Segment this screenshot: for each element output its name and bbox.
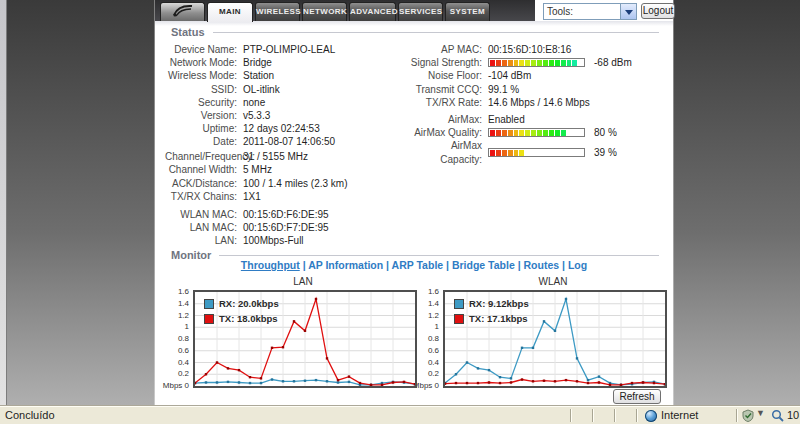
security-value: none [243, 96, 265, 109]
field-label: SSID: [165, 83, 243, 96]
status-row: Channel/Frequency:31 / 5155 MHz [165, 150, 415, 163]
internet-globe-icon [645, 410, 657, 422]
monitor-link-log[interactable]: Log [568, 259, 587, 271]
channel-frequency-value: 31 / 5155 MHz [243, 150, 308, 163]
status-row: ACK/Distance:100 / 1.4 miles (2.3 km) [165, 177, 415, 190]
status-section-header: Status [171, 26, 659, 38]
legend-label: RX: 9.12kbps [469, 298, 529, 309]
y-tick-label: 1.4 [428, 299, 439, 308]
txrx-chains-value: 1X1 [243, 190, 261, 203]
airmax-value: Enabled [488, 113, 525, 126]
tab-network[interactable]: NETWORK [302, 2, 347, 21]
legend-label: RX: 20.0kbps [219, 298, 279, 309]
status-left-column: Device Name:PTP-OLIMPIO-LEAL Network Mod… [165, 43, 415, 248]
field-label: AirMax Capacity: [410, 139, 488, 165]
chevron-down-icon[interactable] [620, 4, 636, 19]
noise-floor-value: -104 dBm [488, 69, 531, 82]
wlan-chart-title: WLAN [443, 276, 663, 287]
link-separator: | [559, 259, 568, 271]
transmit-ccq-value: 99.1 % [488, 83, 519, 96]
tab-main[interactable]: MAIN [207, 2, 253, 22]
uptime-value: 12 days 02:24:53 [243, 122, 320, 135]
field-label: AirMax Quality: [410, 126, 488, 139]
lan-chart-y-axis: 1.61.41.210.80.60.40.2Mbps 0 [167, 290, 191, 390]
tab-system[interactable]: SYSTEM [445, 2, 490, 21]
browser-window-edge [0, 0, 7, 405]
field-label: Transmit CCQ: [410, 83, 488, 96]
monitor-link-bridge-table[interactable]: Bridge Table [452, 259, 515, 271]
monitor-link-arp-table[interactable]: ARP Table [392, 259, 444, 271]
status-row: Signal Strength:-68 dBm [410, 56, 672, 69]
wlan-throughput-chart: RX: 9.12kbpsTX: 17.1kbps [443, 290, 667, 388]
lan-speed-value: 100Mbps-Full [243, 234, 304, 247]
field-label: Channel Width: [165, 163, 243, 176]
wireless-mode-value: Station [243, 69, 274, 82]
status-row: Uptime:12 days 02:24:53 [165, 122, 415, 135]
tab-services[interactable]: SERVICES [398, 2, 443, 21]
status-row: Noise Floor:-104 dBm [410, 69, 672, 82]
brand-logo-tab[interactable] [160, 2, 205, 21]
ap-mac-value: 00:15:6D:10:E8:16 [488, 43, 571, 56]
field-label: Date: [165, 135, 243, 148]
field-label: Network Mode: [165, 56, 243, 69]
y-tick-label: 0.8 [178, 334, 189, 343]
link-separator: | [383, 259, 391, 271]
field-label: AP MAC: [410, 43, 488, 56]
chevron-down-icon[interactable]: ▼ [756, 408, 765, 418]
channel-width-value: 5 MHz [243, 163, 272, 176]
legend-item: RX: 20.0kbps [204, 298, 279, 309]
y-tick-label: 1.4 [178, 299, 189, 308]
refresh-button[interactable]: Refresh [613, 389, 661, 404]
monitor-link-routes[interactable]: Routes [524, 259, 560, 271]
y-tick-label: 0.4 [178, 358, 189, 367]
wlan-chart-legend: RX: 9.12kbpsTX: 17.1kbps [454, 298, 529, 328]
link-separator: | [515, 259, 524, 271]
date-value: 2011-08-07 14:06:50 [243, 135, 335, 148]
legend-swatch [204, 314, 214, 324]
field-label: Uptime: [165, 122, 243, 135]
field-label: Signal Strength: [410, 56, 488, 69]
y-tick-label: 1.6 [178, 287, 189, 296]
field-label: LAN MAC: [165, 221, 243, 234]
legend-swatch [454, 314, 464, 324]
section-divider [213, 32, 659, 33]
airos-admin-page: MAIN WIRELESS NETWORK ADVANCED SERVICES … [155, 0, 673, 405]
version-value: v5.3.3 [243, 109, 270, 122]
section-divider [219, 255, 659, 256]
y-tick-label: 0.2 [428, 369, 439, 378]
y-tick-label: 1.2 [428, 311, 439, 320]
field-label: ACK/Distance: [165, 177, 243, 190]
desktop-background: MAIN WIRELESS NETWORK ADVANCED SERVICES … [0, 0, 800, 424]
zoom-level-text[interactable]: 10 [787, 409, 799, 421]
lan-throughput-chart: RX: 20.0kbpsTX: 18.0kbps [193, 290, 417, 388]
y-tick-label: 1 [435, 322, 439, 331]
field-label: WLAN MAC: [165, 208, 243, 221]
y-tick-label: 0.6 [178, 346, 189, 355]
security-zone-label: Internet [661, 409, 698, 421]
logout-button[interactable]: Logout [641, 3, 675, 19]
wlan-chart-y-axis: 1.61.41.210.80.60.40.2Mbps 0 [417, 290, 441, 390]
tab-advanced[interactable]: ADVANCED [349, 2, 396, 21]
status-row: SSID:OL-itlink [165, 83, 415, 96]
zoom-magnifier-icon[interactable] [771, 409, 784, 422]
legend-item: RX: 9.12kbps [454, 298, 529, 309]
protected-mode-shield-icon[interactable] [742, 409, 754, 422]
tools-select[interactable]: Tools: [543, 3, 637, 20]
status-row: AirMax Quality:80 % [410, 126, 672, 139]
tab-wireless[interactable]: WIRELESS [255, 2, 300, 21]
y-tick-label: 0.8 [428, 334, 439, 343]
field-label: Noise Floor: [410, 69, 488, 82]
y-axis-zero-label: Mbps 0 [163, 381, 189, 390]
field-label: Device Name: [165, 43, 243, 56]
status-row: Transmit CCQ:99.1 % [410, 83, 672, 96]
field-label: TX/RX Chains: [165, 190, 243, 203]
monitor-link-ap-information[interactable]: AP Information [308, 259, 383, 271]
monitor-link-throughput[interactable]: Throughput [241, 259, 300, 271]
field-label: Wireless Mode: [165, 69, 243, 82]
status-row: Date:2011-08-07 14:06:50 [165, 135, 415, 148]
status-row: Channel Width:5 MHz [165, 163, 415, 176]
airmax-quality-value: 80 % [594, 126, 617, 139]
status-row: AirMax Capacity:39 % [410, 139, 672, 165]
txrx-rate-value: 14.6 Mbps / 14.6 Mbps [488, 96, 590, 109]
airmax-quality-gauge [488, 128, 585, 137]
